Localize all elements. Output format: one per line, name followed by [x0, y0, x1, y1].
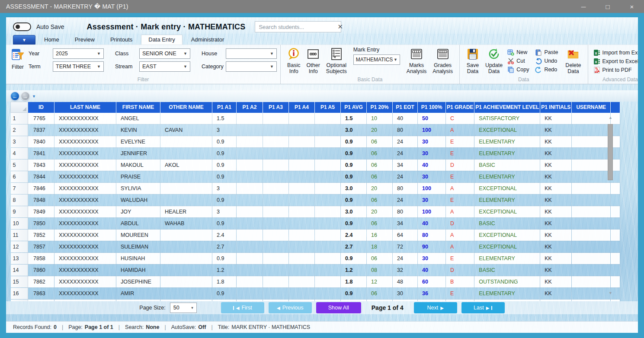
grid-cell-last[interactable]: XXXXXXXXXXX: [54, 124, 116, 136]
grid-cell-p20[interactable]: 20: [367, 183, 393, 195]
table-row[interactable]: 127857XXXXXXXXXXXSULEIMAN2.72.7187290AEX…: [11, 241, 620, 253]
grid-cell-first[interactable]: MOUREEN: [116, 230, 160, 241]
row-number[interactable]: 12: [11, 241, 28, 253]
grid-cell-a1[interactable]: 2.4: [212, 230, 237, 241]
grid-cell-last[interactable]: XXXXXXXXXXX: [54, 206, 116, 218]
grid-cell-other[interactable]: CAVAN: [160, 124, 212, 136]
grid-cell-grade[interactable]: E: [446, 136, 474, 148]
grid-cell-a4[interactable]: [289, 195, 315, 206]
tab-preview[interactable]: Preview: [68, 35, 102, 45]
grid-cell-other[interactable]: AKOL: [160, 159, 212, 171]
grid-cell-eot[interactable]: 80: [393, 124, 418, 136]
grades-analysis-button[interactable]: Grades Analysis: [429, 47, 456, 76]
house-select[interactable]: ▼: [226, 48, 277, 59]
grid-cell-p20[interactable]: 06: [367, 159, 393, 171]
grid-cell-user[interactable]: [572, 218, 611, 230]
paste-button[interactable]: Paste: [533, 48, 560, 57]
row-number[interactable]: 6: [11, 171, 28, 183]
table-row[interactable]: 27837XXXXXXXXXXXKEVINCAVAN33.02080100AEX…: [11, 124, 620, 136]
delete-data-button[interactable]: Delete Data: [562, 47, 584, 76]
grid-cell-a1[interactable]: 0.9: [212, 148, 237, 159]
grid-cell-a3[interactable]: [263, 113, 289, 124]
basic-info-button[interactable]: Basic Info: [284, 47, 304, 76]
grid-cell-a4[interactable]: [289, 183, 315, 195]
search-box[interactable]: ✕: [255, 21, 341, 32]
grid-cell-p20[interactable]: 08: [367, 265, 393, 276]
grid-cell-p100[interactable]: 60: [418, 276, 446, 288]
grid-cell-id[interactable]: 7848: [28, 195, 54, 206]
grid-cell-a3[interactable]: [263, 230, 289, 241]
table-row[interactable]: 67844XXXXXXXXXXXPRAISE0.90.9062430EELEME…: [11, 171, 620, 183]
grid-cell-id[interactable]: 7841: [28, 148, 54, 159]
grid-cell-p100[interactable]: 30: [418, 148, 446, 159]
table-row[interactable]: 37840XXXXXXXXXXXEVELYNE0.90.9062430EELEM…: [11, 136, 620, 148]
column-header-other-name[interactable]: OTHER NAME: [160, 102, 212, 113]
grid-cell-p20[interactable]: 20: [367, 124, 393, 136]
grid-cell-a2[interactable]: [237, 230, 263, 241]
grid-cell-a5[interactable]: [315, 136, 341, 148]
grid-cell-user[interactable]: [572, 195, 611, 206]
grid-cell-a2[interactable]: [237, 218, 263, 230]
grid-cell-avg[interactable]: 0.9: [341, 195, 367, 206]
grid-corner-cell[interactable]: [11, 102, 28, 113]
grid-cell-a2[interactable]: [237, 171, 263, 183]
grid-cell-level[interactable]: OUTSTANDING: [474, 276, 540, 288]
grid-cell-init[interactable]: KK: [540, 148, 572, 159]
grid-cell-a1[interactable]: 0.9: [212, 253, 237, 265]
grid-cell-p100[interactable]: 50: [418, 113, 446, 124]
grid-cell-a4[interactable]: [289, 113, 315, 124]
grid-cell-other[interactable]: [160, 265, 212, 276]
grid-cell-a4[interactable]: [289, 230, 315, 241]
grid-cell-user[interactable]: [572, 148, 611, 159]
grid-cell-eot[interactable]: 80: [393, 183, 418, 195]
grid-cell-a4[interactable]: [289, 159, 315, 171]
show-all-button[interactable]: Show All: [316, 302, 361, 313]
column-header-p1-a2[interactable]: P1 A2: [237, 102, 263, 113]
vertical-scrollbar[interactable]: ▲ ▼: [607, 115, 614, 296]
grid-cell-a5[interactable]: [315, 183, 341, 195]
table-row[interactable]: 17765XXXXXXXXXXXANGEL1.51.5104050CSATISF…: [11, 113, 620, 124]
grid-cell-last[interactable]: XXXXXXXXXXX: [54, 218, 116, 230]
grid-cell-level[interactable]: ELEMENTARY: [474, 136, 540, 148]
grid-cell-last[interactable]: XXXXXXXXXXX: [54, 136, 116, 148]
grid-cell-grade[interactable]: E: [446, 253, 474, 265]
grid-cell-first[interactable]: AMIR: [116, 288, 160, 300]
grid-cell-avg[interactable]: 3.0: [341, 206, 367, 218]
grid-cell-first[interactable]: KEVIN: [116, 124, 160, 136]
scrollbar-thumb[interactable]: [608, 124, 613, 180]
grid-cell-p100[interactable]: 30: [418, 171, 446, 183]
grid-cell-a5[interactable]: [315, 253, 341, 265]
grid-cell-eot[interactable]: 24: [393, 171, 418, 183]
minimize-button[interactable]: ─: [571, 0, 596, 13]
grid-cell-p20[interactable]: 06: [367, 171, 393, 183]
column-header-p1-a5[interactable]: P1 A5: [315, 102, 341, 113]
row-number[interactable]: 13: [11, 253, 28, 265]
grid-cell-init[interactable]: KK: [540, 218, 572, 230]
redo-button[interactable]: Redo: [533, 65, 560, 74]
grid-cell-id[interactable]: 7843: [28, 159, 54, 171]
grid-cell-user[interactable]: [572, 113, 611, 124]
table-row[interactable]: 137858XXXXXXXXXXXHUSINAH0.90.9062430EELE…: [11, 253, 620, 265]
grid-cell-init[interactable]: KK: [540, 124, 572, 136]
column-header-id[interactable]: ID: [28, 102, 54, 113]
grid-cell-grade[interactable]: E: [446, 171, 474, 183]
grid-cell-id[interactable]: 7850: [28, 218, 54, 230]
grid-cell-init[interactable]: KK: [540, 195, 572, 206]
grid-cell-a4[interactable]: [289, 276, 315, 288]
grid-cell-p20[interactable]: 06: [367, 218, 393, 230]
cut-button[interactable]: Cut: [506, 57, 531, 65]
grid-cell-first[interactable]: JOSEPHINE: [116, 276, 160, 288]
row-number[interactable]: 5: [11, 159, 28, 171]
grid-cell-level[interactable]: EXCEPTIONAL: [474, 241, 540, 253]
grid-cell-a1[interactable]: 3: [212, 206, 237, 218]
row-number[interactable]: 7: [11, 183, 28, 195]
grid-cell-avg[interactable]: 3.0: [341, 183, 367, 195]
grid-cell-first[interactable]: ABDUL: [116, 218, 160, 230]
close-button[interactable]: ×: [620, 0, 644, 13]
other-info-button[interactable]: Other Info: [304, 47, 323, 76]
optional-subjects-button[interactable]: Optional Subjects: [323, 47, 350, 76]
grid-cell-a2[interactable]: [237, 288, 263, 300]
grid-cell-level[interactable]: BASIC: [474, 265, 540, 276]
grid-cell-a5[interactable]: [315, 195, 341, 206]
grid-cell-a4[interactable]: [289, 206, 315, 218]
